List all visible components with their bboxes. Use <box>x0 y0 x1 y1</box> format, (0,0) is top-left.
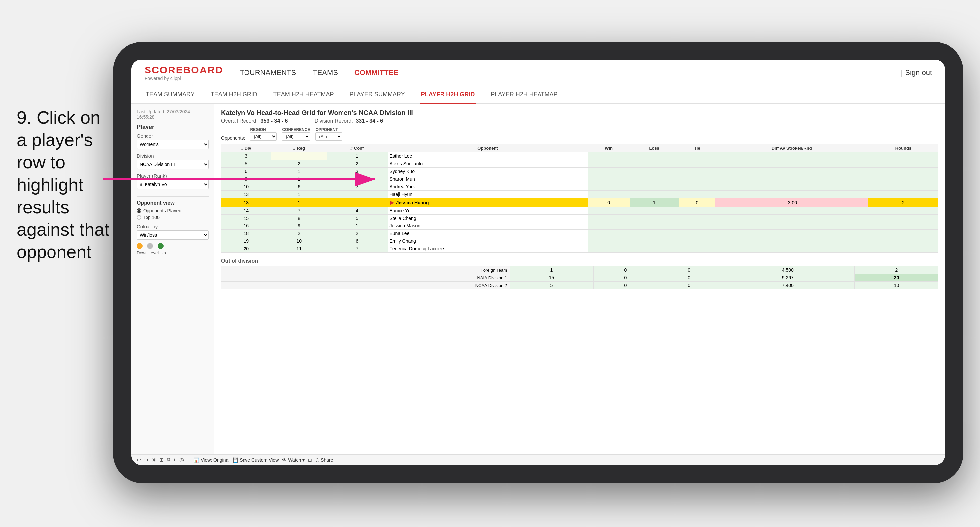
sidebar-division-label: Division <box>137 153 208 159</box>
filter-conference-select[interactable]: (All) <box>282 132 310 141</box>
table-row[interactable]: 5 2 2 Alexis Sudjianto <box>221 160 939 168</box>
tab-player-summary[interactable]: PLAYER SUMMARY <box>348 86 406 103</box>
ood-row[interactable]: NAIA Division 1 15 0 0 9.267 30 <box>221 274 939 282</box>
filter-opponent-select[interactable]: (All) <box>315 132 342 141</box>
toolbar-btn4[interactable]: ⊞ <box>159 457 164 463</box>
toolbar-btn6[interactable]: + <box>173 457 176 463</box>
out-of-division-section: Out of division Foreign Team 1 0 0 4.500… <box>221 258 939 289</box>
tab-team-h2h-grid[interactable]: TEAM H2H GRID <box>209 86 259 103</box>
filter-region-select[interactable]: (All) <box>250 132 277 141</box>
division-record: Division Record: 331 - 34 - 6 <box>314 118 383 124</box>
radio-opponents-played[interactable] <box>137 208 141 213</box>
radio-top100-label: Top 100 <box>143 214 160 220</box>
col-reg: # Reg <box>271 144 326 152</box>
sidebar: Last Updated: 27/03/2024 16:55:28 Player… <box>131 103 214 454</box>
sidebar-player-rank-select[interactable]: 8. Katelyn Vo <box>137 179 208 189</box>
bottom-toolbar: ↩ ↪ ⤨ ⊞ ⌑ + ◷ 📊 View: Original 💾 Save Cu… <box>131 454 945 465</box>
tab-team-h2h-heatmap[interactable]: TEAM H2H HEATMAP <box>272 86 335 103</box>
colour-down-circle <box>137 243 143 249</box>
tab-team-summary[interactable]: TEAM SUMMARY <box>145 86 196 103</box>
table-row[interactable]: 15 8 5 Stella Cheng <box>221 214 939 222</box>
toolbar-share[interactable]: ⬡ Share <box>315 457 333 463</box>
sidebar-gender-label: Gender <box>137 133 208 139</box>
filter-region-label: Region <box>250 127 277 132</box>
col-loss: Loss <box>630 144 679 152</box>
grid-title: Katelyn Vo Head-to-Head Grid for Women's… <box>221 109 939 117</box>
toolbar-btn8[interactable]: ⊡ <box>308 457 312 463</box>
instruction-text: 9. Click on a player's row to highlight … <box>17 106 113 264</box>
toolbar-btn5[interactable]: ⌑ <box>167 457 170 463</box>
table-row[interactable]: 9 1 4 Sharon Mun <box>221 175 939 183</box>
col-win: Win <box>588 144 630 152</box>
colour-by-select[interactable]: Win/loss <box>137 230 208 240</box>
ood-row[interactable]: NCAA Division 2 5 0 0 7.400 10 <box>221 282 939 289</box>
col-opponent: Opponent <box>388 144 588 152</box>
tab-player-h2h-grid[interactable]: PLAYER H2H GRID <box>420 86 476 103</box>
table-row-highlighted[interactable]: 13 1 ▶ Jessica Huang 0 1 0 -3.00 <box>221 198 939 207</box>
toolbar-btn3[interactable]: ⤨ <box>152 457 156 463</box>
top-nav: SCOREBOARD Powered by clippi TOURNAMENTS… <box>131 60 945 86</box>
sidebar-division-select[interactable]: NCAA Division III <box>137 160 208 169</box>
ood-row[interactable]: Foreign Team 1 0 0 4.500 2 <box>221 266 939 274</box>
tablet-frame: SCOREBOARD Powered by clippi TOURNAMENTS… <box>113 41 963 483</box>
col-tie: Tie <box>679 144 715 152</box>
colour-up-circle <box>158 243 164 249</box>
sign-out-link[interactable]: Sign out <box>905 68 932 77</box>
nav-separator: | <box>900 68 903 77</box>
overall-record: Overall Record: 353 - 34 - 6 <box>221 118 288 124</box>
table-row[interactable]: 13 1 Haeji Hyun <box>221 190 939 198</box>
ood-table: Foreign Team 1 0 0 4.500 2 NAIA Division… <box>221 266 939 289</box>
toolbar-undo[interactable]: ↩ <box>137 457 141 463</box>
colour-circles <box>137 243 208 249</box>
table-row[interactable]: 14 7 4 Eunice Yi <box>221 207 939 214</box>
col-conf: # Conf <box>326 144 388 152</box>
opponent-view-title: Opponent view <box>137 200 208 206</box>
tablet-screen: SCOREBOARD Powered by clippi TOURNAMENTS… <box>131 60 945 465</box>
toolbar-view-original[interactable]: 📊 View: Original <box>194 457 229 463</box>
toolbar-save-custom[interactable]: 💾 Save Custom View <box>232 457 279 463</box>
toolbar-watch[interactable]: 👁 Watch ▾ <box>282 457 305 463</box>
logo-sub: Powered by clippi <box>145 76 223 81</box>
table-row[interactable]: 16 9 1 Jessica Mason <box>221 222 939 230</box>
out-of-division-title: Out of division <box>221 258 939 264</box>
col-div: # Div <box>221 144 271 152</box>
tab-player-h2h-heatmap[interactable]: PLAYER H2H HEATMAP <box>489 86 559 103</box>
nav-tournaments[interactable]: TOURNAMENTS <box>240 68 296 77</box>
nav-teams[interactable]: TEAMS <box>313 68 338 77</box>
toolbar-btn7[interactable]: ◷ <box>180 457 184 463</box>
table-row[interactable]: 18 2 2 Euna Lee <box>221 230 939 237</box>
toolbar-redo[interactable]: ↪ <box>144 457 148 463</box>
col-rounds: Rounds <box>868 144 938 152</box>
filter-opponent-label: Opponent <box>315 127 342 132</box>
arrow-indicator: ▶ <box>390 200 394 205</box>
grid-area: Katelyn Vo Head-to-Head Grid for Women's… <box>214 103 945 454</box>
toolbar-separator <box>189 457 189 463</box>
table-row[interactable]: 3 1 Esther Lee <box>221 152 939 160</box>
main-content: Last Updated: 27/03/2024 16:55:28 Player… <box>131 103 945 454</box>
colour-by-label: Colour by <box>137 224 208 229</box>
colour-level-circle <box>147 243 153 249</box>
table-row[interactable]: 19 10 6 Emily Chang <box>221 237 939 245</box>
logo-brand: SCOREBOARD <box>145 64 223 76</box>
filter-conference-label: Conference <box>282 127 310 132</box>
sidebar-player-title: Player <box>137 124 208 130</box>
table-row[interactable]: 6 1 3 Sydney Kuo <box>221 168 939 175</box>
sub-nav: TEAM SUMMARY TEAM H2H GRID TEAM H2H HEAT… <box>131 86 945 103</box>
col-diff: Diff Av Strokes/Rnd <box>715 144 869 152</box>
records-row: Overall Record: 353 - 34 - 6 Division Re… <box>221 118 939 124</box>
table-row[interactable]: 20 11 7 Federica Domecq Lacroze <box>221 245 939 253</box>
sidebar-gender-select[interactable]: Women's <box>137 140 208 149</box>
filter-opponents-label: Opponents: <box>221 135 245 141</box>
logo: SCOREBOARD Powered by clippi <box>145 64 223 81</box>
sidebar-player-rank-label: Player (Rank) <box>137 173 208 179</box>
nav-committee[interactable]: COMMITTEE <box>355 68 398 77</box>
filter-row: Opponents: Region (All) Conference (All) <box>221 127 939 141</box>
sidebar-timestamp: Last Updated: 27/03/2024 16:55:28 <box>137 109 208 119</box>
radio-top100[interactable] <box>137 215 141 219</box>
radio-opponents-label: Opponents Played <box>143 208 181 213</box>
colour-labels: Down Level Up <box>137 251 208 256</box>
table-row[interactable]: 10 6 3 Andrea York <box>221 183 939 190</box>
player-h2h-table: # Div # Reg # Conf Opponent Win Loss Tie… <box>221 144 939 253</box>
